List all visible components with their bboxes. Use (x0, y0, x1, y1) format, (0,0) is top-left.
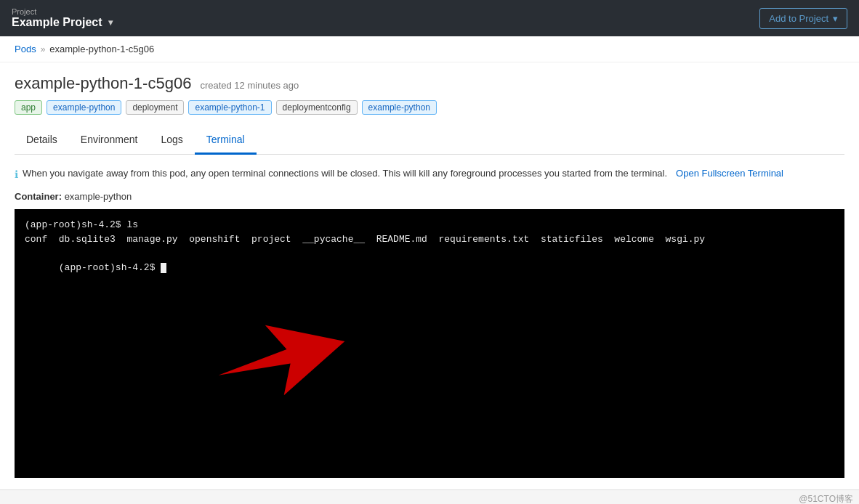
terminal-line-1: (app-root)sh-4.2$ ls (25, 218, 834, 232)
container-label-row: Container: example-python (15, 191, 844, 202)
container-label-key: Container: (15, 191, 62, 202)
header-right: Add to Project ▾ (759, 8, 847, 29)
tab-logs[interactable]: Logs (149, 126, 194, 155)
tag-deploymentconfig: deploymentconfig (276, 100, 358, 115)
terminal-line-3: (app-root)sh-4.2$ (25, 246, 834, 289)
info-bar: ℹ When you navigate away from this pod, … (15, 166, 844, 182)
header-left: Project Example Project ▾ (12, 7, 113, 29)
terminal[interactable]: (app-root)sh-4.2$ ls conf db.sqlite3 man… (15, 209, 844, 478)
tabs: Details Environment Logs Terminal (15, 126, 844, 155)
watermark: @51CTO博客 (0, 489, 859, 504)
add-to-project-button[interactable]: Add to Project ▾ (759, 8, 847, 29)
tag-example-python-1: example-python-1 (188, 100, 271, 115)
tab-environment[interactable]: Environment (69, 126, 150, 155)
terminal-cursor (161, 263, 166, 273)
tag-app: app (15, 100, 42, 115)
project-label: Project (12, 7, 113, 16)
info-text: When you navigate away from this pod, an… (23, 166, 667, 181)
chevron-down-icon: ▾ (833, 13, 838, 24)
project-name: Example Project ▾ (12, 16, 113, 29)
open-fullscreen-terminal-link[interactable]: Open Fullscreen Terminal (676, 166, 783, 181)
tags-container: app example-python deployment example-py… (15, 100, 844, 115)
tag-deployment: deployment (126, 100, 184, 115)
chevron-down-icon: ▾ (108, 17, 113, 28)
tag-example-python: example-python (47, 100, 121, 115)
tab-terminal[interactable]: Terminal (195, 126, 257, 155)
arrow-annotation (218, 322, 349, 414)
svg-marker-0 (218, 322, 349, 409)
tag-example-python-2: example-python (362, 100, 437, 115)
pod-created-text: created 12 minutes ago (200, 80, 299, 91)
pod-title-row: example-python-1-c5g06 created 12 minute… (15, 74, 844, 93)
breadcrumb-separator: » (41, 44, 46, 54)
terminal-line-2: conf db.sqlite3 manage.py openshift proj… (25, 232, 834, 247)
tab-details[interactable]: Details (15, 126, 69, 155)
breadcrumb-current: example-python-1-c5g06 (49, 44, 154, 54)
main-content: example-python-1-c5g06 created 12 minute… (0, 62, 859, 489)
header: Project Example Project ▾ Add to Project… (0, 0, 859, 36)
breadcrumb-pods-link[interactable]: Pods (15, 44, 36, 54)
pod-title: example-python-1-c5g06 (15, 74, 191, 93)
breadcrumb: Pods » example-python-1-c5g06 (0, 36, 859, 62)
container-name: example-python (65, 191, 132, 202)
info-icon: ℹ (15, 167, 18, 182)
